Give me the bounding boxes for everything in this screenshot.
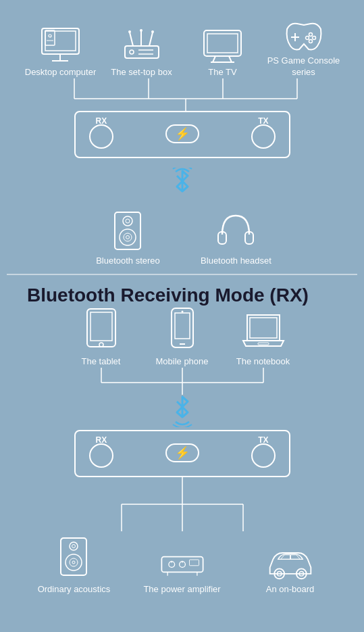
svg-rect-34 bbox=[115, 212, 140, 249]
acoustics-label: Ordinary acoustics bbox=[38, 584, 111, 595]
phone-icon bbox=[159, 313, 206, 354]
device-tv: The TV bbox=[182, 24, 263, 78]
tv-label: The TV bbox=[208, 67, 236, 78]
svg-line-19 bbox=[213, 56, 215, 62]
svg-rect-72 bbox=[189, 560, 199, 566]
svg-rect-4 bbox=[45, 30, 55, 45]
svg-point-35 bbox=[123, 216, 132, 226]
svg-point-5 bbox=[49, 34, 51, 37]
laptop-label: The notebook bbox=[236, 356, 290, 368]
usb-port: ⚡ bbox=[165, 124, 199, 143]
svg-line-20 bbox=[229, 56, 232, 62]
device-acoustics: Ordinary acoustics bbox=[20, 534, 128, 595]
svg-point-36 bbox=[126, 219, 130, 223]
svg-line-8 bbox=[130, 32, 133, 46]
svg-point-27 bbox=[305, 37, 309, 40]
device-unit-rx: RX TX ⚡ bbox=[74, 430, 290, 477]
svg-point-62 bbox=[66, 554, 82, 570]
rx-connector-lines-bottom bbox=[81, 477, 284, 531]
laptop-icon bbox=[240, 313, 287, 354]
amplifier-label: The power amplifier bbox=[143, 584, 220, 595]
tx-port bbox=[251, 124, 276, 149]
settopbox-label: The set-top box bbox=[111, 67, 172, 78]
car-label: An on-board bbox=[266, 584, 315, 595]
svg-point-11 bbox=[128, 30, 131, 33]
device-headset: Bluetooth headset bbox=[196, 212, 277, 267]
svg-point-37 bbox=[120, 229, 136, 245]
rx-port bbox=[89, 124, 113, 149]
gamepad-label: PS Game Console series bbox=[263, 55, 344, 78]
bluetooth-tx-icon bbox=[169, 168, 196, 201]
svg-point-13 bbox=[151, 30, 154, 33]
phone-label: Mobile phone bbox=[155, 356, 208, 368]
svg-point-65 bbox=[70, 542, 78, 550]
svg-point-38 bbox=[124, 233, 132, 241]
amplifier-icon bbox=[159, 534, 206, 581]
svg-point-26 bbox=[309, 40, 312, 43]
desktop-label: Desktop computer bbox=[25, 67, 97, 78]
device-unit-tx: RX TX ⚡ bbox=[74, 111, 290, 158]
speaker-label: Bluetooth stereo bbox=[96, 256, 160, 267]
device-settopbox: The set-top box bbox=[101, 24, 182, 78]
device-laptop: The notebook bbox=[223, 313, 304, 368]
bluetooth-rx-icon bbox=[169, 395, 196, 427]
svg-point-14 bbox=[130, 50, 134, 54]
device-desktop: Desktop computer bbox=[20, 24, 101, 78]
svg-line-10 bbox=[149, 32, 153, 46]
device-gamepad: PS Game Console series bbox=[263, 12, 344, 78]
tx-port-2 bbox=[251, 443, 276, 468]
svg-point-63 bbox=[70, 558, 78, 566]
svg-point-39 bbox=[126, 235, 130, 239]
headset-label: Bluetooth headset bbox=[201, 256, 271, 267]
device-car: An on-board bbox=[236, 534, 344, 595]
rx-port-2 bbox=[89, 443, 113, 468]
headset-icon bbox=[213, 212, 260, 253]
tx-connector-lines bbox=[34, 78, 331, 111]
desktop-icon bbox=[37, 24, 84, 64]
tx-output-devices: Bluetooth stereo Bluetooth headset bbox=[88, 212, 277, 267]
svg-point-66 bbox=[72, 544, 76, 548]
device-amplifier: The power amplifier bbox=[128, 534, 236, 595]
svg-rect-43 bbox=[90, 312, 112, 341]
svg-rect-49 bbox=[250, 318, 277, 338]
lightning-icon-2: ⚡ bbox=[175, 445, 190, 460]
rx-input-devices: The tablet Mobile phone bbox=[14, 313, 350, 368]
svg-point-24 bbox=[309, 33, 312, 37]
usb-port-2: ⚡ bbox=[165, 443, 199, 462]
tv-icon bbox=[199, 24, 246, 64]
acoustics-icon bbox=[51, 534, 98, 581]
svg-rect-67 bbox=[161, 556, 203, 572]
svg-point-12 bbox=[140, 29, 142, 32]
tablet-label: The tablet bbox=[82, 356, 121, 368]
rx-section: The tablet Mobile phone bbox=[7, 313, 357, 595]
svg-rect-18 bbox=[207, 34, 238, 53]
gamepad-icon bbox=[280, 12, 328, 53]
svg-point-25 bbox=[312, 37, 315, 40]
svg-rect-61 bbox=[61, 538, 86, 575]
device-phone: Mobile phone bbox=[142, 313, 223, 368]
rx-output-devices: Ordinary acoustics bbox=[14, 534, 350, 595]
car-icon bbox=[267, 534, 314, 581]
tablet-icon bbox=[78, 313, 125, 354]
svg-point-64 bbox=[72, 561, 75, 564]
device-tablet: The tablet bbox=[61, 313, 142, 368]
device-speaker: Bluetooth stereo bbox=[88, 212, 169, 267]
svg-rect-46 bbox=[175, 313, 190, 339]
rx-connector-lines-top bbox=[57, 368, 307, 395]
lightning-icon: ⚡ bbox=[175, 126, 190, 141]
speaker-icon bbox=[105, 212, 152, 253]
svg-rect-50 bbox=[258, 343, 269, 345]
svg-point-48 bbox=[181, 310, 183, 312]
settopbox-icon bbox=[118, 24, 165, 64]
